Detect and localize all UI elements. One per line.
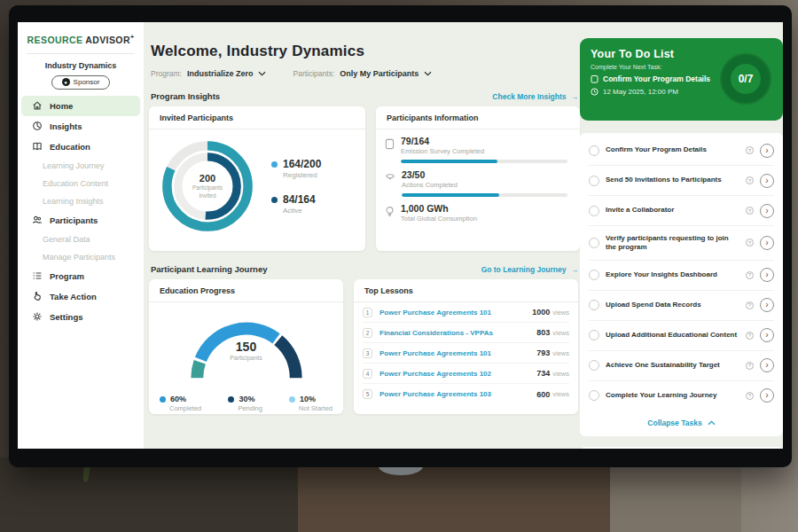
sidebar-item-general-data[interactable]: General Data xyxy=(18,231,144,248)
card-title: Participants Information xyxy=(376,106,580,129)
lesson-list: 1 Power Purchase Agreements 101 1000 vie… xyxy=(354,302,578,404)
sidebar-item-program[interactable]: Program xyxy=(18,266,144,286)
invited-donut-chart: 200 Participants Invited xyxy=(158,137,257,236)
actions-icon xyxy=(385,172,395,183)
sidebar-item-insights[interactable]: Insights xyxy=(18,116,144,137)
chevron-right-icon: › xyxy=(765,331,768,340)
lesson-link[interactable]: Power Purchase Agreements 102 xyxy=(379,370,536,378)
task-checkbox[interactable] xyxy=(589,300,599,310)
check-more-insights-link[interactable]: Check More Insights → xyxy=(492,92,578,101)
todo-task-row[interactable]: Complete Your Learning Journey ? › xyxy=(589,381,774,411)
clipboard-icon xyxy=(591,74,598,83)
task-open-button[interactable]: › xyxy=(760,388,774,403)
collapse-label: Collapse Tasks xyxy=(647,419,701,427)
legend-registered: 164/200 Registered xyxy=(271,158,321,179)
todo-task-row[interactable]: Achieve One Sustainability Target ? › xyxy=(589,351,774,381)
participants-filter[interactable]: Participants: Only My Participants xyxy=(293,69,432,78)
donut-center-label: 200 Participants Invited xyxy=(158,137,257,236)
monitor-bezel: RESOURCE ADVISOR+ Industry Dynamics ● Sp… xyxy=(9,5,792,467)
legend-dot-active xyxy=(271,197,278,203)
task-open-button[interactable]: › xyxy=(760,236,774,250)
task-open-button[interactable]: › xyxy=(760,204,774,218)
lesson-views: 803 xyxy=(536,328,550,337)
top-lessons-card: Top Lessons 1 Power Purchase Agreements … xyxy=(354,279,578,414)
todo-task-row[interactable]: Invite a Collaborator ? › xyxy=(589,196,774,226)
lesson-rank: 4 xyxy=(363,369,372,379)
program-insights-header: Program Insights Check More Insights → xyxy=(151,91,578,101)
task-checkbox[interactable] xyxy=(589,390,599,401)
lesson-views-suffix: views xyxy=(552,370,569,378)
task-open-button[interactable]: › xyxy=(760,174,774,188)
participants-filter-value: Only My Participants xyxy=(340,69,419,78)
gauge-center-label: 150 Participants xyxy=(180,340,313,361)
account-name: Industry Dynamics xyxy=(18,61,144,70)
sidebar-item-take-action[interactable]: Take Action xyxy=(18,286,144,307)
sidebar-item-learning-insights[interactable]: Learning Insights xyxy=(18,192,144,210)
actions-completed-label: Actions Completed xyxy=(402,181,567,189)
chevron-right-icon: › xyxy=(765,239,768,247)
info-icon: ? xyxy=(746,146,754,154)
todo-task-row[interactable]: Verify participants requesting to join t… xyxy=(589,226,774,261)
task-open-button[interactable]: › xyxy=(760,144,774,158)
sidebar-item-manage-participants[interactable]: Manage Participants xyxy=(18,248,144,266)
task-checkbox[interactable] xyxy=(589,206,599,216)
chevron-right-icon: › xyxy=(765,361,768,370)
go-to-learning-journey-link[interactable]: Go to Learning Journey → xyxy=(481,265,578,274)
lesson-rank: 3 xyxy=(363,348,372,358)
collapse-tasks-link[interactable]: Collapse Tasks xyxy=(589,411,774,436)
lesson-views: 600 xyxy=(536,390,550,399)
section-title: Participant Learning Journey xyxy=(151,264,267,274)
program-filter-value: Industrialize Zero xyxy=(187,69,254,78)
section-title: Program Insights xyxy=(151,91,220,101)
lesson-row: 3 Power Purchase Agreements 101 793 view… xyxy=(363,343,569,364)
task-checkbox[interactable] xyxy=(589,270,599,280)
task-checkbox[interactable] xyxy=(589,176,599,186)
home-icon xyxy=(32,100,43,111)
emission-survey-progressbar xyxy=(401,160,567,163)
sidebar-item-settings[interactable]: Settings xyxy=(18,307,144,327)
program-filter[interactable]: Program: Industrialize Zero xyxy=(151,69,266,78)
legend-active: 84/164 Active xyxy=(271,193,321,215)
lesson-link[interactable]: Power Purchase Agreements 103 xyxy=(379,390,536,398)
lesson-link[interactable]: Power Purchase Agreements 101 xyxy=(379,309,532,317)
legend-dot-pending xyxy=(228,396,234,403)
task-open-button[interactable]: › xyxy=(760,268,774,282)
todo-next-task-label: Confirm Your Program Details xyxy=(603,74,710,83)
task-checkbox[interactable] xyxy=(589,330,599,340)
sidebar-item-participants[interactable]: Participants xyxy=(18,210,144,231)
lesson-views: 734 xyxy=(536,369,550,378)
invited-total-label: Participants Invited xyxy=(186,184,229,200)
global-consumption-label: Total Global Consumption xyxy=(401,215,567,223)
task-checkbox[interactable] xyxy=(589,145,599,156)
lesson-link[interactable]: Financial Considerations - VPPAs xyxy=(379,329,536,337)
todo-task-row[interactable]: Upload Spend Data Records ? › xyxy=(589,291,774,321)
task-checkbox[interactable] xyxy=(589,238,599,248)
task-checkbox[interactable] xyxy=(589,360,599,371)
chevron-right-icon: › xyxy=(765,391,768,400)
sidebar-item-home[interactable]: Home xyxy=(21,96,140,116)
todo-task-row[interactable]: Explore Your Insights Dashboard ? › xyxy=(589,261,774,291)
lesson-views-suffix: views xyxy=(552,329,569,337)
education-total-label: Participants xyxy=(180,355,313,361)
lesson-link[interactable]: Power Purchase Agreements 101 xyxy=(379,349,536,357)
sidebar-item-education[interactable]: Education xyxy=(18,137,144,157)
sidebar-item-label: Manage Participants xyxy=(43,253,115,262)
task-open-button[interactable]: › xyxy=(760,328,774,342)
sidebar-item-education-content[interactable]: Education Content xyxy=(18,175,144,192)
todo-task-row[interactable]: Upload Additional Educational Content ? … xyxy=(589,321,774,351)
task-open-button[interactable]: › xyxy=(760,358,774,372)
todo-task-row[interactable]: Send 50 Invitations to Participants ? › xyxy=(589,166,774,196)
info-icon: ? xyxy=(746,392,754,400)
task-open-button[interactable]: › xyxy=(760,298,774,312)
todo-task-row[interactable]: Confirm Your Program Details ? › xyxy=(589,136,774,166)
lesson-row: 4 Power Purchase Agreements 102 734 view… xyxy=(363,364,569,384)
logo-primary: RESOURCE xyxy=(27,35,83,45)
sidebar-item-learning-journey[interactable]: Learning Journey xyxy=(18,157,144,175)
emission-survey-label: Emission Survey Completed xyxy=(401,147,567,155)
book-icon xyxy=(32,141,43,152)
pending-pct: 30% xyxy=(239,395,254,403)
progress-fill xyxy=(401,160,497,163)
emission-survey-value: 79/164 xyxy=(401,136,567,146)
info-icon: ? xyxy=(746,239,754,246)
registered-label: Registered xyxy=(283,171,321,179)
